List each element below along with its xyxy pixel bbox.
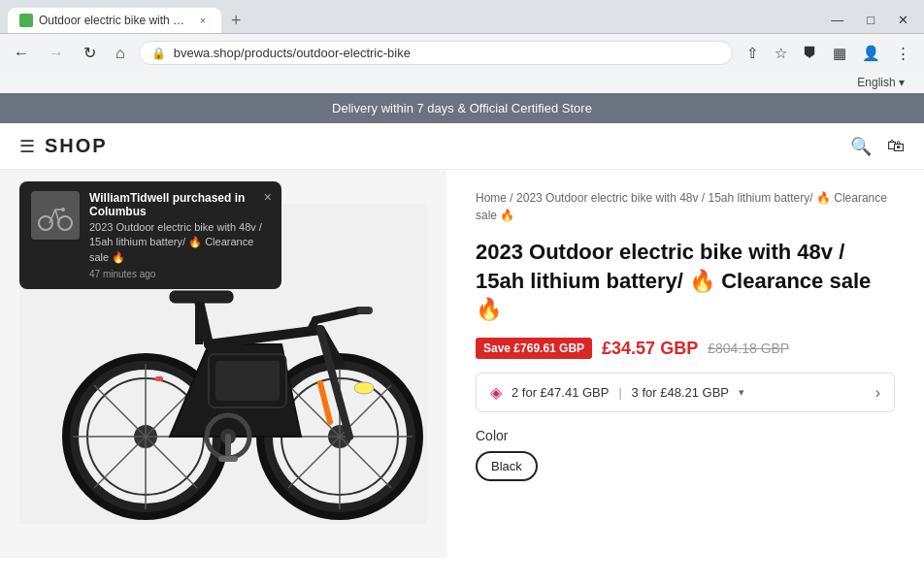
maximize-button[interactable]: □ [859,11,882,29]
notif-username: WilliamTidwell purchased in Columbus [89,191,270,218]
svg-rect-32 [218,456,238,462]
breadcrumb-current: 2023 Outdoor electric bike with 48v / 15… [476,191,887,222]
language-bar: English ▾ [0,72,924,93]
notif-content: WilliamTidwell purchased in Columbus 202… [89,191,270,279]
bundle-expand-arrow[interactable]: › [875,384,880,402]
bundle-offer[interactable]: ◈ 2 for £47.41 GBP | 3 for £48.21 GBP ▾ … [476,373,895,412]
lock-icon: 🔒 [151,47,166,60]
new-tab-button[interactable]: + [225,9,248,33]
site-wrapper: English ▾ Delivery within 7 days & Offic… [0,72,924,558]
color-options: Black [476,451,895,481]
svg-rect-28 [215,361,280,401]
announcement-text: Delivery within 7 days & Official Certif… [332,101,592,115]
color-option-label: Black [491,459,522,473]
svg-rect-34 [155,376,163,381]
tab-title: Outdoor electric bike with 48v / [39,14,190,27]
color-section: Color Black [476,428,895,481]
browser-chrome: Outdoor electric bike with 48v / × + — □… [0,0,924,34]
diamond-icon: ◈ [490,383,502,402]
active-tab[interactable]: Outdoor electric bike with 48v / × [8,8,221,33]
breadcrumb-separator: / [510,191,512,205]
price-section: Save £769.61 GBP £34.57 GBP £804.18 GBP [476,338,895,359]
svg-point-0 [39,216,52,230]
bundle-option-1: 2 for £47.41 GBP [512,385,609,400]
save-badge: Save £769.61 GBP [476,338,592,359]
breadcrumb: Home / 2023 Outdoor electric bike with 4… [476,189,895,224]
menu-button[interactable]: ⋮ [890,41,916,66]
product-details-section: Home / 2023 Outdoor electric bike with 4… [446,170,924,558]
window-controls: — □ ✕ [823,11,916,33]
product-title: 2023 Outdoor electric bike with 48v / 15… [476,238,895,324]
url-input[interactable] [174,46,720,60]
extensions-button[interactable]: ⛊ [797,41,823,65]
header-left: ☰ SHOP [19,135,108,157]
bundle-dropdown-arrow[interactable]: ▾ [739,386,744,399]
svg-point-1 [58,216,72,230]
address-bar[interactable]: 🔒 [139,41,733,65]
search-button[interactable]: 🔍 [850,136,872,157]
share-button[interactable]: ⇧ [741,41,765,66]
notif-product-name: 2023 Outdoor electric bike with 48v / 15… [89,220,270,265]
hamburger-menu-icon[interactable]: ☰ [19,136,35,157]
language-selector[interactable]: English ▾ [857,76,905,89]
bundle-option-2: 3 for £48.21 GBP [632,385,729,400]
notif-close-button[interactable]: × [264,189,272,205]
refresh-button[interactable]: ↻ [78,40,102,66]
header-right: 🔍 🛍 [850,136,905,157]
tab-favicon [19,14,33,27]
close-window-button[interactable]: ✕ [890,11,916,29]
svg-line-25 [311,320,315,330]
bundle-divider: | [618,386,621,400]
current-price: £34.57 GBP [602,339,698,359]
profile-button[interactable]: 👤 [856,41,886,66]
bike-thumbnail-svg [36,196,75,235]
site-logo: SHOP [45,135,108,157]
color-label: Color [476,428,895,443]
toolbar-actions: ⇧ ☆ ⛊ ▦ 👤 ⋮ [741,41,916,66]
announcement-bar: Delivery within 7 days & Official Certif… [0,93,924,123]
site-header: ☰ SHOP 🔍 🛍 WilliamTidwell purchased in C… [0,123,924,170]
cart-button[interactable]: 🛍 [887,136,905,156]
forward-button[interactable]: → [43,41,70,66]
breadcrumb-home-link[interactable]: Home [476,191,507,205]
minimize-button[interactable]: — [823,11,851,29]
svg-rect-22 [170,291,233,303]
notification-popup: WilliamTidwell purchased in Columbus 202… [19,181,281,289]
browser-toolbar: ← → ↻ ⌂ 🔒 ⇧ ☆ ⛊ ▦ 👤 ⋮ [0,34,924,72]
svg-point-33 [354,382,374,394]
notif-thumbnail [31,191,80,240]
notif-timestamp: 47 minutes ago [89,269,270,279]
home-button[interactable]: ⌂ [110,41,131,66]
tab-close-button[interactable]: × [196,14,210,27]
back-button[interactable]: ← [8,41,35,66]
tab-bar: Outdoor electric bike with 48v / × + [8,8,248,33]
original-price: £804.18 GBP [708,341,789,356]
svg-rect-26 [357,307,373,314]
split-view-button[interactable]: ▦ [827,41,852,66]
bookmark-button[interactable]: ☆ [769,41,793,66]
color-option-black[interactable]: Black [476,451,538,481]
bundle-options: 2 for £47.41 GBP | 3 for £48.21 GBP ▾ [512,385,866,400]
svg-point-2 [61,208,65,211]
